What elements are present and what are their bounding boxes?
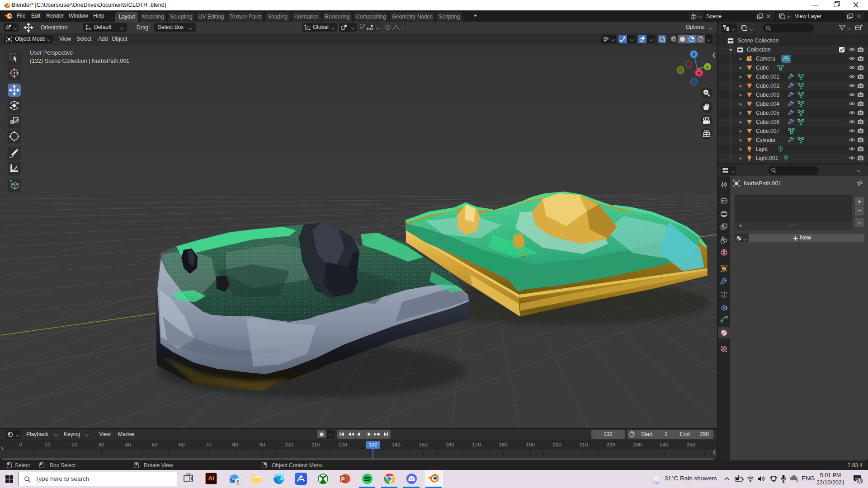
svg-text:X: X [698, 70, 701, 75]
svg-text:P: P [341, 476, 344, 483]
svg-text:Z: Z [693, 52, 695, 57]
svg-text:15: 15 [858, 479, 862, 483]
svg-text:Y: Y [706, 65, 709, 70]
